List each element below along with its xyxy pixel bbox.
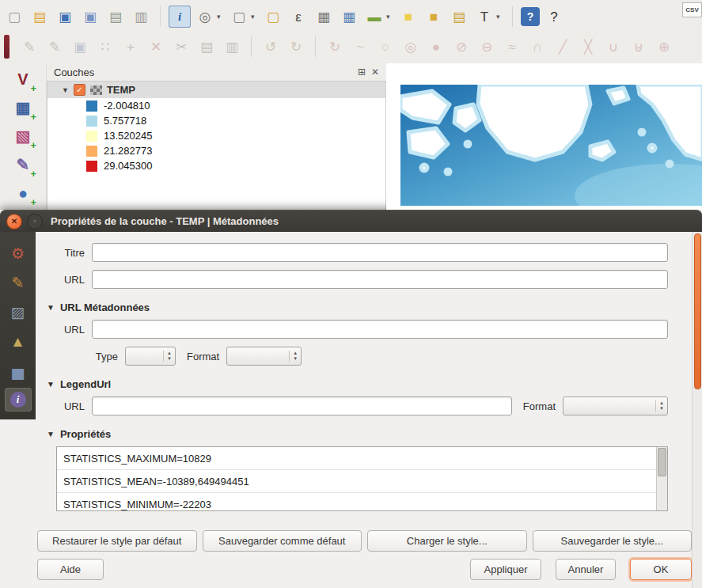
delete-part-icon[interactable]: ⊖	[476, 36, 498, 58]
deselect-features-icon[interactable]: ▢	[262, 6, 284, 28]
apply-button[interactable]: Appliquer	[470, 559, 541, 580]
property-row[interactable]: STATISTICS_MAXIMUM=10829	[57, 447, 656, 470]
save-project-as-icon[interactable]: ▣	[79, 6, 101, 28]
group-url-metadata[interactable]: ▼ URL Métadonnées	[47, 302, 668, 313]
load-style-button[interactable]: Charger le style...	[367, 530, 527, 552]
tab-pyramids-icon[interactable]: ▲	[5, 329, 32, 353]
map-image	[400, 85, 702, 206]
delete-ring-icon[interactable]: ⊘	[450, 36, 472, 58]
map-canvas[interactable]	[386, 63, 702, 210]
save-style-button[interactable]: Sauvegarder le style...	[533, 530, 693, 552]
add-postgis-layer-icon[interactable]: ●+	[11, 181, 35, 205]
whats-this-icon[interactable]: ?	[543, 6, 565, 28]
toolbar-drag-handle[interactable]	[4, 35, 9, 59]
measure-line-icon[interactable]: ▬	[363, 6, 385, 28]
tab-metadata-icon[interactable]: i	[5, 388, 32, 412]
url-input[interactable]	[92, 270, 668, 289]
move-feature-icon[interactable]: +	[120, 36, 142, 58]
property-row[interactable]: STATISTICS_MEAN=-10389,649494451	[57, 470, 656, 493]
zoom-to-selection-icon[interactable]: ◎	[194, 6, 216, 28]
legend-url-input[interactable]	[92, 396, 512, 415]
add-raster-layer-icon[interactable]: ▦+	[11, 96, 35, 119]
composer-manager-icon[interactable]: ▥	[130, 6, 152, 28]
select-features-icon-dropdown[interactable]: ▾	[251, 13, 259, 21]
add-ring-icon[interactable]: ○	[374, 36, 397, 58]
tab-general-icon[interactable]: ⚙	[5, 241, 32, 265]
manage-layers-toolbar: V+▦+▧+✎+●+	[0, 63, 47, 210]
raster-calculator-icon[interactable]: ▦	[338, 6, 360, 28]
split-parts-icon[interactable]: ╳	[577, 36, 599, 58]
rotate-point-symbols-icon[interactable]: ⊕	[653, 36, 675, 58]
zoom-to-selection-icon-dropdown[interactable]: ▾	[217, 13, 225, 21]
undo-icon[interactable]: ↺	[260, 36, 282, 58]
open-project-icon[interactable]: ▤	[28, 6, 51, 28]
identify-features-icon[interactable]: i	[169, 6, 191, 28]
save-layer-edits-icon[interactable]: ▣	[69, 36, 91, 58]
statistical-summary-icon[interactable]: ε	[287, 6, 309, 28]
type-combo[interactable]: ▲▼	[125, 347, 176, 366]
split-features-icon[interactable]: ╱	[552, 36, 574, 58]
tab-transparency-icon[interactable]: ▨	[5, 300, 32, 324]
add-vector-layer-icon[interactable]: V+	[11, 67, 35, 91]
offset-curve-icon[interactable]: ≈	[501, 36, 523, 58]
open-attribute-table-icon[interactable]: ▦	[313, 6, 335, 28]
current-edits-icon[interactable]: ✎	[18, 36, 40, 58]
redo-icon[interactable]: ↻	[285, 36, 307, 58]
properties-listbox[interactable]: STATISTICS_MAXIMUM=10829STATISTICS_MEAN=…	[56, 446, 668, 511]
listbox-scrollbar[interactable]	[656, 447, 667, 510]
dialog-titlebar[interactable]: ✕ ▫ Propriétés de la couche - TEMP | Mét…	[0, 210, 702, 232]
delete-selected-icon[interactable]: ✕	[145, 36, 167, 58]
reshape-features-icon[interactable]: ∩	[526, 36, 548, 58]
add-part-icon[interactable]: ◎	[400, 36, 422, 58]
dialog-close-button[interactable]: ✕	[6, 214, 22, 230]
panel-close-icon[interactable]: ✕	[371, 66, 379, 78]
metadata-url-input[interactable]	[92, 320, 668, 339]
rotate-feature-icon[interactable]: ↻	[324, 36, 346, 58]
save-as-default-style-button[interactable]: Sauvegarder comme défaut	[203, 530, 362, 552]
fill-ring-icon[interactable]: ●	[425, 36, 447, 58]
measure-line-icon-dropdown[interactable]: ▾	[386, 13, 394, 21]
merge-features-icon[interactable]: ∪	[602, 36, 624, 58]
dialog-restore-button[interactable]: ▫	[27, 214, 43, 230]
expand-arrow-icon[interactable]: ▼	[62, 86, 69, 94]
restore-default-style-button[interactable]: Restaurer le style par défaut	[37, 530, 197, 552]
format-combo[interactable]: ▲▼	[226, 347, 302, 366]
add-wms-layer-icon[interactable]: ▧+	[11, 124, 35, 148]
save-project-icon[interactable]: ▣	[54, 6, 76, 28]
node-tool-icon[interactable]: ∷	[94, 36, 116, 58]
help-button[interactable]: Aide	[37, 559, 104, 580]
tab-style-icon[interactable]: ✎	[5, 271, 32, 294]
text-annotation-icon-dropdown[interactable]: ▾	[496, 13, 504, 21]
paste-features-icon[interactable]: ▥	[221, 36, 243, 58]
dialog-scrollbar-handle[interactable]	[694, 233, 701, 389]
panel-float-icon[interactable]: ⊞	[358, 66, 366, 78]
group-legend-url[interactable]: ▼ LegendUrl	[47, 378, 668, 390]
dialog-scrollbar[interactable]	[692, 232, 702, 588]
add-delimited-text-layer-icon[interactable]: CSV	[682, 2, 702, 17]
new-project-icon[interactable]: ▢	[3, 6, 25, 28]
legend-format-combo[interactable]: ▲▼	[563, 396, 668, 415]
copy-features-icon[interactable]: ▤	[195, 36, 218, 58]
tab-histogram-icon[interactable]: ▅	[5, 358, 32, 382]
titre-input[interactable]	[92, 243, 668, 262]
group-properties[interactable]: ▼ Propriétés	[47, 428, 668, 440]
merge-attributes-icon[interactable]: ⊎	[628, 36, 650, 58]
toolbar-separator	[160, 6, 161, 27]
help-contents-icon[interactable]: ?	[521, 7, 540, 26]
cut-features-icon[interactable]: ✂	[170, 36, 192, 58]
cancel-button[interactable]: Annuler	[556, 559, 616, 580]
map-tips-icon[interactable]: ■	[397, 6, 419, 28]
layer-item-temp[interactable]: ▼ ✓ TEMP	[47, 82, 385, 98]
ok-button[interactable]: OK	[630, 559, 692, 580]
select-features-icon[interactable]: ▢	[228, 6, 250, 28]
simplify-feature-icon[interactable]: ~	[349, 36, 371, 58]
new-print-composer-icon[interactable]: ▤	[104, 6, 127, 28]
new-bookmark-icon[interactable]: ■	[423, 6, 445, 28]
toggle-editing-icon[interactable]: ✎	[44, 36, 66, 58]
text-annotation-icon[interactable]: T	[473, 6, 495, 28]
add-spatialite-layer-icon[interactable]: ✎+	[11, 153, 35, 176]
show-bookmarks-icon[interactable]: ▤	[448, 6, 470, 28]
layers-panel: Couches ⊞ ✕ ▼ ✓ TEMP -2.0048105.75771813…	[47, 63, 386, 210]
property-row[interactable]: STATISTICS_MINIMUM=-22203	[57, 493, 656, 511]
layer-visibility-checkbox[interactable]: ✓	[74, 84, 85, 96]
